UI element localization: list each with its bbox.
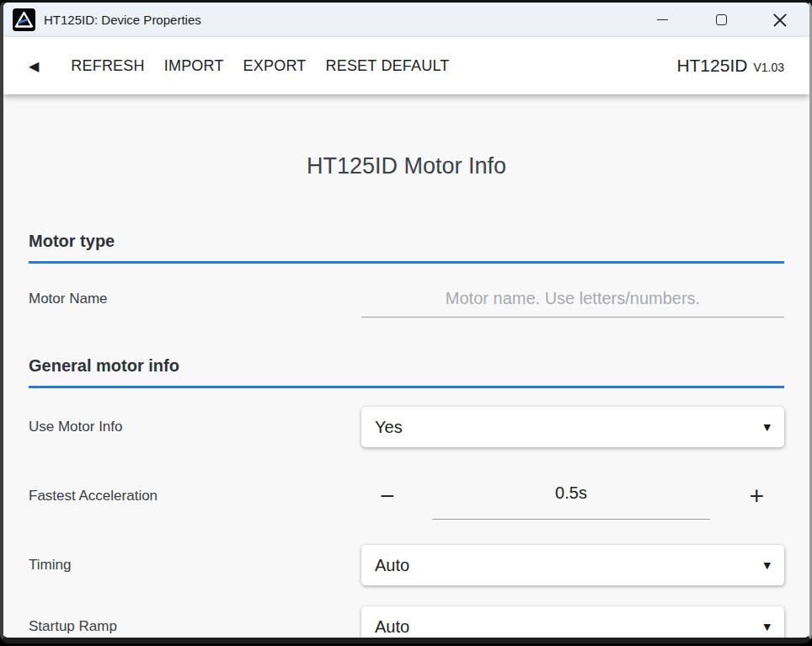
motor-name-input[interactable]	[361, 280, 784, 318]
content-area: HT125ID Motor Info Motor type Motor Name…	[3, 94, 809, 638]
window-title: HT125ID: Device Properties	[44, 13, 633, 27]
maximize-icon	[716, 14, 727, 25]
reset-default-button[interactable]: RESET DEFAULT	[326, 57, 450, 75]
back-button[interactable]: ◀	[29, 58, 39, 74]
export-button[interactable]: EXPORT	[243, 57, 307, 75]
use-motor-info-value: Yes	[375, 418, 764, 437]
fastest-acceleration-value: 0.5s	[555, 483, 587, 503]
app-logo-icon	[13, 8, 35, 31]
timing-dropdown[interactable]: Auto ▼	[361, 545, 784, 585]
startup-ramp-value: Auto	[375, 617, 764, 637]
close-button[interactable]	[751, 3, 809, 37]
toolbar: ◀ REFRESH IMPORT EXPORT RESET DEFAULT HT…	[3, 37, 809, 94]
back-icon: ◀	[29, 58, 39, 74]
fastest-acceleration-stepper: − 0.5s +	[361, 472, 784, 520]
increment-button[interactable]: +	[737, 472, 784, 520]
plus-icon: +	[749, 482, 764, 510]
toolbar-actions: REFRESH IMPORT EXPORT RESET DEFAULT	[71, 57, 449, 75]
chevron-down-icon: ▼	[764, 422, 771, 433]
maximize-button[interactable]	[692, 3, 751, 37]
startup-ramp-dropdown[interactable]: Auto ▼	[361, 606, 784, 643]
import-button[interactable]: IMPORT	[164, 57, 224, 75]
decrement-button[interactable]: −	[361, 472, 400, 520]
section-header-general-motor-info: General motor info	[29, 356, 784, 376]
app-window: HT125ID: Device Properties ◀ REFRESH IMP…	[0, 0, 812, 643]
use-motor-info-dropdown[interactable]: Yes ▼	[361, 407, 784, 447]
minimize-icon	[657, 19, 668, 20]
page-title: HT125ID Motor Info	[29, 94, 784, 179]
window-controls	[633, 3, 809, 37]
use-motor-info-label: Use Motor Info	[29, 419, 361, 435]
chevron-down-icon: ▼	[764, 622, 771, 633]
timing-row: Timing Auto ▼	[29, 545, 784, 585]
timing-value: Auto	[375, 556, 764, 575]
device-name: HT125ID	[676, 56, 747, 76]
fastest-acceleration-label: Fastest Acceleration	[29, 488, 361, 505]
minimize-button[interactable]	[633, 3, 692, 37]
chevron-down-icon: ▼	[764, 560, 771, 571]
startup-ramp-label: Startup Ramp	[29, 618, 361, 635]
device-info: HT125ID V1.03	[676, 56, 784, 76]
startup-ramp-row: Startup Ramp Auto ▼	[29, 606, 784, 643]
motor-name-label: Motor Name	[29, 291, 361, 307]
fastest-acceleration-row: Fastest Acceleration − 0.5s +	[29, 472, 784, 520]
timing-label: Timing	[29, 557, 361, 574]
device-version: V1.03	[753, 61, 784, 74]
motor-name-row: Motor Name	[29, 280, 784, 318]
section-header-motor-type: Motor type	[29, 232, 784, 251]
minus-icon: −	[380, 482, 395, 510]
section-divider	[29, 261, 784, 264]
titlebar: HT125ID: Device Properties	[3, 3, 809, 37]
section-divider	[29, 386, 784, 388]
use-motor-info-row: Use Motor Info Yes ▼	[29, 407, 784, 447]
refresh-button[interactable]: REFRESH	[71, 57, 144, 75]
close-icon	[772, 13, 788, 28]
fastest-acceleration-field[interactable]: 0.5s	[432, 472, 710, 520]
